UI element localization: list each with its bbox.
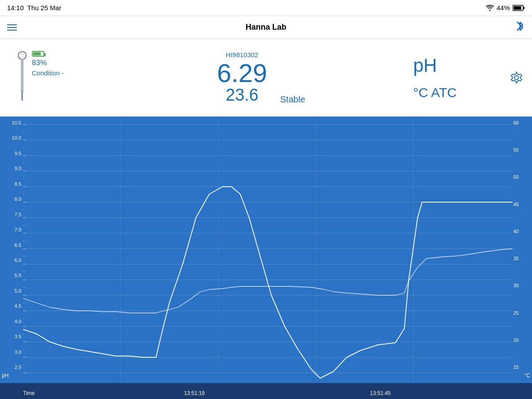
- device-id: HI9810302: [226, 51, 258, 59]
- temp-line: [23, 249, 512, 313]
- svg-rect-2: [523, 7, 524, 9]
- time-stamp-1: 13:51:19: [184, 390, 205, 396]
- status-left: 14:10 Thu 25 Mar: [7, 4, 61, 12]
- unit-ph: pH: [413, 55, 437, 76]
- gear-icon: [510, 71, 523, 84]
- time-bar: Time 13:51:19 13:51:45: [0, 383, 532, 399]
- hamburger-button[interactable]: [7, 24, 17, 31]
- battery-percent: 44%: [497, 4, 510, 12]
- status-time: 14:10: [7, 4, 24, 12]
- probe-icon-group: 83% Condition -: [16, 51, 64, 104]
- wifi-icon: [486, 5, 494, 11]
- y-axis-right: 60 55 50 45 40 35 30 25 20 15 °C: [512, 117, 532, 383]
- probe-info: 83% Condition -: [32, 51, 64, 77]
- battery-row: [32, 51, 64, 57]
- probe-section: 83% Condition -: [9, 51, 71, 104]
- stable-label: Stable: [280, 94, 305, 105]
- svg-point-7: [515, 76, 519, 80]
- unit-temp: °C ATC: [413, 85, 457, 100]
- temp-reading: 23.6: [226, 86, 258, 105]
- nav-bar: Hanna Lab: [0, 16, 532, 39]
- time-label: Time: [23, 390, 35, 396]
- probe-condition: Condition -: [32, 69, 64, 77]
- chart-main: [23, 117, 512, 383]
- settings-button[interactable]: [502, 71, 523, 84]
- svg-point-4: [18, 51, 26, 59]
- chart-body: 10.5 10.0 9.5 9.0 8.5 8.0 7.5 7.0 6.5 6.…: [0, 117, 532, 383]
- status-right: 44%: [486, 4, 525, 12]
- info-panel: 83% Condition - HI9810302 6.29 23.6 Stab…: [0, 39, 532, 117]
- ph-line: [23, 187, 512, 378]
- probe-svg: [16, 51, 28, 104]
- measurement-section: HI9810302 6.29 23.6: [71, 51, 413, 105]
- status-date: Thu 25 Mar: [27, 4, 62, 12]
- svg-rect-6: [21, 91, 23, 101]
- time-stamp-2: 13:51:45: [370, 390, 391, 396]
- ph-axis-label: pH: [2, 372, 8, 379]
- battery-small-icon: [32, 51, 44, 57]
- chart-svg: [23, 117, 512, 383]
- svg-point-0: [489, 9, 490, 11]
- svg-rect-3: [513, 6, 521, 10]
- app-title: Hanna Lab: [246, 23, 286, 32]
- svg-rect-5: [21, 59, 23, 92]
- temp-axis-label: °C: [524, 372, 530, 379]
- battery-status-icon: [512, 5, 525, 11]
- y-axis-left: 10.5 10.0 9.5 9.0 8.5 8.0 7.5 7.0 6.5 6.…: [0, 117, 23, 383]
- bluetooth-icon[interactable]: [515, 20, 525, 35]
- unit-section: pH °C ATC: [413, 55, 502, 100]
- probe-battery-percent: 83%: [32, 59, 64, 67]
- chart-area: 10.5 10.0 9.5 9.0 8.5 8.0 7.5 7.0 6.5 6.…: [0, 117, 532, 399]
- ph-reading: 6.29: [217, 60, 267, 86]
- status-bar: 14:10 Thu 25 Mar 44%: [0, 0, 532, 16]
